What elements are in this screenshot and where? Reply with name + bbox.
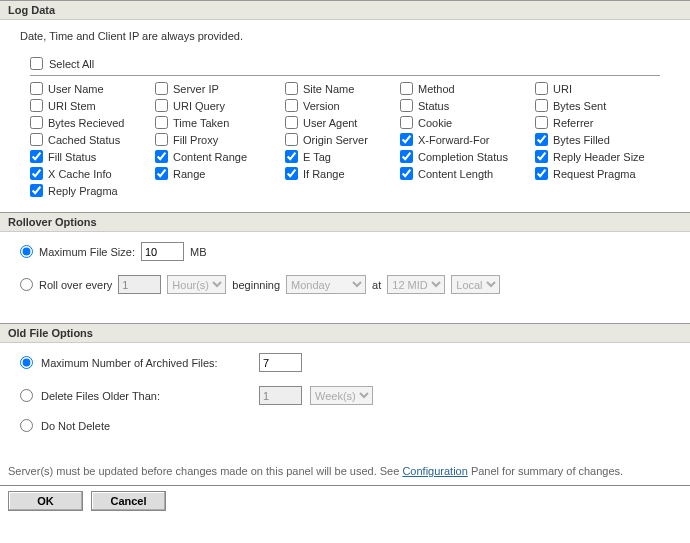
log-field-label: Content Range (173, 151, 247, 163)
rollover-every-value (118, 275, 161, 294)
log-field-label: Fill Status (48, 151, 96, 163)
log-field-checkbox[interactable] (285, 82, 298, 95)
log-field-checkbox[interactable] (30, 184, 43, 197)
ok-button[interactable]: OK (8, 491, 83, 511)
log-field-label: Bytes Sent (553, 100, 606, 112)
section-header-log-data: Log Data (0, 0, 690, 20)
notice-text: Server(s) must be updated before changes… (0, 461, 690, 481)
log-field-checkbox[interactable] (30, 133, 43, 146)
log-field-label: Version (303, 100, 340, 112)
log-field-checkbox[interactable] (155, 167, 168, 180)
log-field-cell: URI (535, 82, 675, 95)
log-field-label: Cookie (418, 117, 452, 129)
cancel-button[interactable]: Cancel (91, 491, 166, 511)
log-field-cell: Method (400, 82, 535, 95)
log-field-label: Server IP (173, 83, 219, 95)
log-field-label: User Name (48, 83, 104, 95)
log-field-cell: Range (155, 167, 285, 180)
log-field-label: Bytes Recieved (48, 117, 124, 129)
rollover-at-label: at (372, 279, 381, 291)
log-field-checkbox[interactable] (285, 99, 298, 112)
log-field-checkbox[interactable] (400, 116, 413, 129)
log-field-checkbox[interactable] (285, 133, 298, 146)
log-field-label: Bytes Filled (553, 134, 610, 146)
divider (30, 75, 660, 76)
log-field-cell: Reply Header Size (535, 150, 675, 163)
oldfile-deleteolder-unit: Week(s) (310, 386, 373, 405)
log-field-checkbox[interactable] (285, 116, 298, 129)
log-field-checkbox[interactable] (155, 99, 168, 112)
log-field-label: Content Length (418, 168, 493, 180)
log-field-cell: E Tag (285, 150, 400, 163)
log-field-checkbox[interactable] (535, 99, 548, 112)
log-field-label: Cached Status (48, 134, 120, 146)
notice-post: Panel for summary of changes. (468, 465, 623, 477)
rollover-maxsize-radio[interactable] (20, 245, 33, 258)
oldfile-maxarch-input[interactable] (259, 353, 302, 372)
log-field-label: X-Forward-For (418, 134, 490, 146)
log-field-label: URI (553, 83, 572, 95)
log-field-checkbox[interactable] (155, 82, 168, 95)
rollover-every-radio[interactable] (20, 278, 33, 291)
log-field-label: Status (418, 100, 449, 112)
log-field-checkbox[interactable] (535, 150, 548, 163)
log-field-checkbox[interactable] (400, 167, 413, 180)
oldfile-donotdelete-radio[interactable] (20, 419, 33, 432)
log-field-cell: Bytes Recieved (30, 116, 155, 129)
log-field-cell: Cached Status (30, 133, 155, 146)
configuration-link[interactable]: Configuration (402, 465, 467, 477)
log-field-checkbox[interactable] (400, 133, 413, 146)
log-field-cell: Cookie (400, 116, 535, 129)
log-field-cell: Origin Server (285, 133, 400, 146)
log-field-checkbox[interactable] (400, 82, 413, 95)
log-field-checkbox[interactable] (30, 150, 43, 163)
log-field-checkbox[interactable] (535, 167, 548, 180)
log-field-cell: X-Forward-For (400, 133, 535, 146)
log-field-cell: Fill Status (30, 150, 155, 163)
log-field-label: Referrer (553, 117, 593, 129)
log-field-label: URI Stem (48, 100, 96, 112)
log-field-cell: URI Stem (30, 99, 155, 112)
log-field-cell: Content Length (400, 167, 535, 180)
log-fields-grid: User NameServer IPSite NameMethodURIURI … (20, 82, 670, 197)
log-field-checkbox[interactable] (535, 82, 548, 95)
log-field-checkbox[interactable] (285, 150, 298, 163)
rollover-at-time: 12 MID (387, 275, 445, 294)
log-field-checkbox[interactable] (535, 133, 548, 146)
log-field-checkbox[interactable] (30, 167, 43, 180)
log-field-cell: Time Taken (155, 116, 285, 129)
log-field-checkbox[interactable] (400, 99, 413, 112)
log-field-cell: If Range (285, 167, 400, 180)
log-field-cell: Status (400, 99, 535, 112)
log-field-label: Range (173, 168, 205, 180)
log-field-checkbox[interactable] (535, 116, 548, 129)
rollover-maxsize-unit: MB (190, 246, 207, 258)
log-field-checkbox[interactable] (285, 167, 298, 180)
button-bar: OK Cancel (0, 485, 690, 516)
log-field-checkbox[interactable] (30, 82, 43, 95)
intro-text: Date, Time and Client IP are always prov… (20, 30, 670, 42)
log-field-cell: User Name (30, 82, 155, 95)
log-field-cell: Server IP (155, 82, 285, 95)
log-field-label: Fill Proxy (173, 134, 218, 146)
select-all-checkbox[interactable] (30, 57, 43, 70)
oldfile-deleteolder-radio[interactable] (20, 389, 33, 402)
log-field-checkbox[interactable] (30, 116, 43, 129)
log-field-label: Completion Status (418, 151, 508, 163)
notice-pre: Server(s) must be updated before changes… (8, 465, 402, 477)
oldfile-maxarch-radio[interactable] (20, 356, 33, 369)
log-field-checkbox[interactable] (400, 150, 413, 163)
rollover-maxsize-input[interactable] (141, 242, 184, 261)
log-field-label: E Tag (303, 151, 331, 163)
log-field-checkbox[interactable] (155, 133, 168, 146)
log-field-checkbox[interactable] (155, 116, 168, 129)
log-field-checkbox[interactable] (30, 99, 43, 112)
oldfile-donotdelete-label: Do Not Delete (41, 420, 110, 432)
log-field-label: Reply Header Size (553, 151, 645, 163)
rollover-beginning-day: Monday (286, 275, 366, 294)
log-field-checkbox[interactable] (155, 150, 168, 163)
log-field-cell: Fill Proxy (155, 133, 285, 146)
rollover-beginning-label: beginning (232, 279, 280, 291)
log-field-cell: Site Name (285, 82, 400, 95)
section-header-oldfile: Old File Options (0, 323, 690, 343)
